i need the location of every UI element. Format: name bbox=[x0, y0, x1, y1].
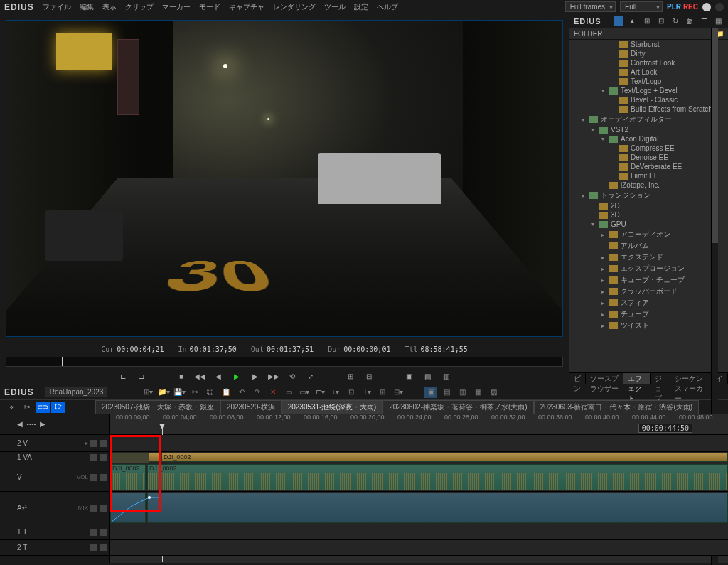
tl-title-button[interactable]: T▾ bbox=[360, 387, 373, 398]
track-header[interactable]: VVOL bbox=[0, 463, 109, 492]
tl-redo-button[interactable]: ↷ bbox=[251, 387, 264, 398]
insert-button[interactable]: ⊞ bbox=[345, 371, 356, 381]
track-row[interactable] bbox=[110, 540, 728, 556]
play-button[interactable]: ▶ bbox=[231, 371, 242, 381]
tool2-button[interactable]: ▤ bbox=[422, 371, 433, 381]
tl-toggle4[interactable]: ▦ bbox=[471, 387, 484, 398]
track-row[interactable] bbox=[110, 435, 728, 452]
track-row[interactable]: DJI_0002 bbox=[110, 452, 728, 463]
track-row[interactable] bbox=[110, 492, 728, 524]
tl-btn-a[interactable]: ▭ bbox=[282, 387, 295, 398]
tl-new-button[interactable]: ⊞▾ bbox=[141, 387, 154, 398]
project-name[interactable]: RealJapan_2023 bbox=[46, 387, 108, 397]
menu-ツール[interactable]: ツール bbox=[324, 2, 346, 12]
sequence-tab[interactable]: 20230507-池袋・大塚・赤坂・銀座 bbox=[95, 400, 220, 414]
tree-item[interactable]: Build Effects from Scratch bbox=[569, 104, 728, 114]
stop-button[interactable]: ■ bbox=[176, 371, 187, 381]
tree-item[interactable]: Compress EE bbox=[569, 144, 728, 153]
tl-btn-b[interactable]: ▭▾ bbox=[298, 387, 311, 398]
menu-マーカー[interactable]: マーカー bbox=[162, 2, 191, 12]
minimize-icon[interactable] bbox=[702, 3, 711, 11]
tl-btn-e[interactable]: ⊡ bbox=[345, 387, 358, 398]
tree-item[interactable]: ▸ツイスト bbox=[569, 320, 728, 331]
menu-表示[interactable]: 表示 bbox=[102, 2, 117, 12]
tl-undo-button[interactable]: ↶ bbox=[235, 387, 248, 398]
tl-copy-button[interactable]: ⿻ bbox=[204, 387, 217, 398]
mode-btn1[interactable]: ⋄ bbox=[4, 402, 18, 413]
quality-dropdown[interactable]: Full bbox=[620, 1, 663, 12]
tl-delete-button[interactable]: ✕ bbox=[267, 387, 279, 398]
time-ruler[interactable]: 00:00:44;50 00:00:00;0000:00:04;0000:00:… bbox=[110, 414, 728, 435]
tree-item[interactable]: iZotope, Inc. bbox=[569, 181, 728, 190]
tool1-button[interactable]: ▣ bbox=[403, 371, 414, 381]
tree-item[interactable]: Contrast Look bbox=[569, 58, 728, 68]
tree-item[interactable]: ▾オーディオフィルター bbox=[569, 114, 728, 125]
overwrite-button[interactable]: ⊟ bbox=[363, 371, 375, 381]
mode-btn2[interactable]: ✂ bbox=[20, 402, 34, 413]
preview-monitor[interactable]: 30 bbox=[6, 20, 563, 337]
loop-button[interactable]: ⟲ bbox=[287, 371, 298, 381]
panel-icon2[interactable]: ⊟ bbox=[656, 16, 666, 26]
tree-item[interactable]: Starburst bbox=[569, 40, 728, 49]
menu-設定[interactable]: 設定 bbox=[354, 2, 368, 12]
tree-item[interactable]: DeVerberate EE bbox=[569, 162, 728, 171]
tree-item[interactable]: ▸キューブ・チューブ bbox=[569, 274, 728, 286]
refresh-icon[interactable]: ↻ bbox=[670, 16, 680, 26]
tree-item[interactable]: ▾VST2 bbox=[569, 125, 728, 134]
menu-クリップ[interactable]: クリップ bbox=[125, 2, 154, 12]
fforward-button[interactable]: ▶▶ bbox=[268, 371, 279, 381]
track-header[interactable]: 1 T bbox=[0, 524, 109, 540]
tree-item[interactable]: Art Look bbox=[569, 68, 728, 77]
menu-ファイル[interactable]: ファイル bbox=[43, 2, 71, 12]
tl-btn-d[interactable]: ↓▾ bbox=[329, 387, 342, 398]
menu-キャプチャ[interactable]: キャプチャ bbox=[229, 2, 264, 12]
tl-toggle3[interactable]: ▥ bbox=[456, 387, 469, 398]
tree-item[interactable]: Bevel - Classic bbox=[569, 95, 728, 104]
tree-item[interactable]: ▸スフィア bbox=[569, 297, 728, 308]
track-header[interactable]: A₂¹MIX bbox=[0, 492, 109, 524]
tree-item[interactable]: ▸チューブ bbox=[569, 308, 728, 320]
menu-編集[interactable]: 編集 bbox=[80, 2, 94, 12]
sequence-tab[interactable]: 20230603-新宿南口・代々木・原宿・渋谷(大雨) bbox=[534, 400, 699, 414]
scrub-bar[interactable] bbox=[6, 357, 563, 367]
up-icon[interactable]: ▲ bbox=[627, 16, 637, 26]
tree-item[interactable]: ▾Acon Digital bbox=[569, 134, 728, 144]
track-header[interactable]: 2 T bbox=[0, 540, 109, 556]
side-tab[interactable]: シーケンスマーカー bbox=[670, 373, 712, 384]
tree-item[interactable]: Text/Logo bbox=[569, 77, 728, 86]
tree-item[interactable]: Denoise EE bbox=[569, 153, 728, 162]
tl-btn-f[interactable]: ⊞ bbox=[376, 387, 389, 398]
track-header[interactable]: 2 V▸ bbox=[0, 435, 109, 452]
set-out-button[interactable]: ⊐ bbox=[136, 371, 147, 381]
rewind-button[interactable]: ◀◀ bbox=[194, 371, 205, 381]
menu-モード[interactable]: モード bbox=[199, 2, 220, 12]
tree-item[interactable]: ▾Text/Logo + Bevel bbox=[569, 86, 728, 95]
side-tab[interactable]: ソースブラウザー bbox=[586, 373, 623, 384]
mode-btn3[interactable]: ⊂⊃ bbox=[36, 402, 50, 413]
tl-btn-g[interactable]: ⊟▾ bbox=[392, 387, 405, 398]
tree-item[interactable]: Dirty bbox=[569, 49, 728, 58]
tl-paste-button[interactable]: 📋 bbox=[220, 387, 232, 398]
tree-item[interactable]: アルバム bbox=[569, 240, 728, 252]
tracks-area[interactable]: 00:00:44;50 00:00:00;0000:00:04;0000:00:… bbox=[110, 414, 728, 563]
set-in-button[interactable]: ⊏ bbox=[117, 371, 129, 381]
tree-item[interactable]: ▸アコーディオン bbox=[569, 229, 728, 240]
sequence-tab[interactable]: 20230531-池袋(深夜・大雨) bbox=[282, 400, 382, 414]
frame-mode-dropdown[interactable]: Full frames bbox=[565, 1, 616, 12]
tree-item[interactable]: ▾トランジション bbox=[569, 190, 728, 201]
expand-button[interactable]: ⤢ bbox=[305, 371, 316, 381]
track-header[interactable]: 1 VA bbox=[0, 452, 109, 463]
tree-item[interactable]: ▸エクステンド bbox=[569, 252, 728, 263]
prev-frame-button[interactable]: ◀ bbox=[213, 371, 224, 381]
trash-icon[interactable]: 🗑 bbox=[685, 16, 695, 26]
menu-ヘルプ[interactable]: ヘルプ bbox=[377, 2, 398, 12]
track-row[interactable]: DJI_0002DJ _0002 bbox=[110, 463, 728, 492]
menu-レンダリング[interactable]: レンダリング bbox=[273, 2, 316, 12]
tl-cut-button[interactable]: ✂ bbox=[188, 387, 201, 398]
tl-open-button[interactable]: 📁▾ bbox=[157, 387, 170, 398]
ruler-tc-box[interactable]: 00:00:44;50 bbox=[638, 424, 692, 433]
tl-toggle5[interactable]: ▧ bbox=[487, 387, 500, 398]
next-frame-button[interactable]: ▶ bbox=[250, 371, 261, 381]
tree-item[interactable]: Liimit EE bbox=[569, 171, 728, 181]
side-tab[interactable]: ビン bbox=[569, 373, 586, 384]
